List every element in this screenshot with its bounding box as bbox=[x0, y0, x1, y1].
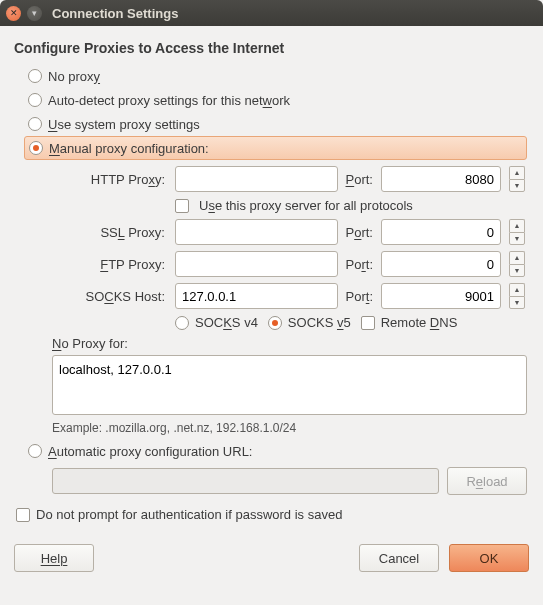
window-title: Connection Settings bbox=[52, 6, 178, 21]
ftp-proxy-input[interactable] bbox=[175, 251, 338, 277]
close-icon[interactable]: ✕ bbox=[6, 6, 21, 21]
http-port-spinner[interactable]: ▲▼ bbox=[509, 166, 525, 192]
radio-socks-v5[interactable]: SOCKS v5 bbox=[268, 315, 351, 330]
window-titlebar: ✕ ▾ Connection Settings bbox=[0, 0, 543, 26]
http-proxy-label: HTTP Proxy: bbox=[52, 172, 167, 187]
radio-socks-v4[interactable]: SOCKS v4 bbox=[175, 315, 258, 330]
spinner-up-icon[interactable]: ▲ bbox=[509, 283, 525, 296]
socks-port-spinner[interactable]: ▲▼ bbox=[509, 283, 525, 309]
radio-label: Automatic proxy configuration URL: bbox=[48, 444, 252, 459]
minimize-icon[interactable]: ▾ bbox=[27, 6, 42, 21]
radio-icon bbox=[29, 141, 43, 155]
use-for-all-label: Use this proxy server for all protocols bbox=[199, 198, 413, 213]
http-port-label: Port: bbox=[346, 172, 373, 187]
socks-port-label: Port: bbox=[346, 289, 373, 304]
ok-button[interactable]: OK bbox=[449, 544, 529, 572]
remote-dns-checkbox[interactable] bbox=[361, 316, 375, 330]
radio-icon bbox=[175, 316, 189, 330]
use-for-all-row[interactable]: Use this proxy server for all protocols bbox=[175, 198, 527, 213]
ssl-proxy-input[interactable] bbox=[175, 219, 338, 245]
no-auth-prompt-row[interactable]: Do not prompt for authentication if pass… bbox=[16, 507, 529, 522]
radio-label: Manual proxy configuration: bbox=[49, 141, 209, 156]
remote-dns-checkbox-row[interactable]: Remote DNS bbox=[361, 315, 458, 330]
radio-icon bbox=[28, 69, 42, 83]
no-auth-prompt-checkbox[interactable] bbox=[16, 508, 30, 522]
spinner-up-icon[interactable]: ▲ bbox=[509, 219, 525, 232]
radio-label: No proxy bbox=[48, 69, 100, 84]
radio-system-proxy[interactable]: Use system proxy settings bbox=[14, 112, 529, 136]
ssl-port-input[interactable] bbox=[381, 219, 501, 245]
radio-manual-proxy[interactable]: Manual proxy configuration: bbox=[24, 136, 527, 160]
spinner-down-icon[interactable]: ▼ bbox=[509, 264, 525, 278]
socks-host-label: SOCKS Host: bbox=[52, 289, 167, 304]
help-button[interactable]: Help bbox=[14, 544, 94, 572]
radio-icon bbox=[28, 117, 42, 131]
radio-icon bbox=[28, 93, 42, 107]
ftp-proxy-label: FTP Proxy: bbox=[52, 257, 167, 272]
spinner-up-icon[interactable]: ▲ bbox=[509, 166, 525, 179]
no-auth-prompt-label: Do not prompt for authentication if pass… bbox=[36, 507, 342, 522]
http-proxy-input[interactable] bbox=[175, 166, 338, 192]
radio-auto-config-url[interactable]: Automatic proxy configuration URL: bbox=[14, 439, 529, 463]
radio-label: SOCKS v4 bbox=[195, 315, 258, 330]
remote-dns-label: Remote DNS bbox=[381, 315, 458, 330]
spinner-up-icon[interactable]: ▲ bbox=[509, 251, 525, 264]
ftp-port-spinner[interactable]: ▲▼ bbox=[509, 251, 525, 277]
ftp-port-input[interactable] bbox=[381, 251, 501, 277]
radio-icon bbox=[28, 444, 42, 458]
spinner-down-icon[interactable]: ▼ bbox=[509, 232, 525, 246]
ssl-proxy-label: SSL Proxy: bbox=[52, 225, 167, 240]
page-heading: Configure Proxies to Access the Internet bbox=[14, 40, 529, 56]
spinner-down-icon[interactable]: ▼ bbox=[509, 296, 525, 310]
cancel-button[interactable]: Cancel bbox=[359, 544, 439, 572]
auto-config-url-input bbox=[52, 468, 439, 494]
radio-label: SOCKS v5 bbox=[288, 315, 351, 330]
no-proxy-for-label: No Proxy for: bbox=[52, 336, 527, 351]
radio-no-proxy[interactable]: No proxy bbox=[14, 64, 529, 88]
ssl-port-spinner[interactable]: ▲▼ bbox=[509, 219, 525, 245]
socks-host-input[interactable] bbox=[175, 283, 338, 309]
no-proxy-example: Example: .mozilla.org, .net.nz, 192.168.… bbox=[52, 421, 527, 435]
no-proxy-for-input[interactable] bbox=[52, 355, 527, 415]
spinner-down-icon[interactable]: ▼ bbox=[509, 179, 525, 193]
radio-auto-detect[interactable]: Auto-detect proxy settings for this netw… bbox=[14, 88, 529, 112]
use-for-all-checkbox[interactable] bbox=[175, 199, 189, 213]
socks-port-input[interactable] bbox=[381, 283, 501, 309]
radio-icon bbox=[268, 316, 282, 330]
reload-button: Reload bbox=[447, 467, 527, 495]
ssl-port-label: Port: bbox=[346, 225, 373, 240]
ftp-port-label: Port: bbox=[346, 257, 373, 272]
radio-label: Auto-detect proxy settings for this netw… bbox=[48, 93, 290, 108]
radio-label: Use system proxy settings bbox=[48, 117, 200, 132]
http-port-input[interactable] bbox=[381, 166, 501, 192]
